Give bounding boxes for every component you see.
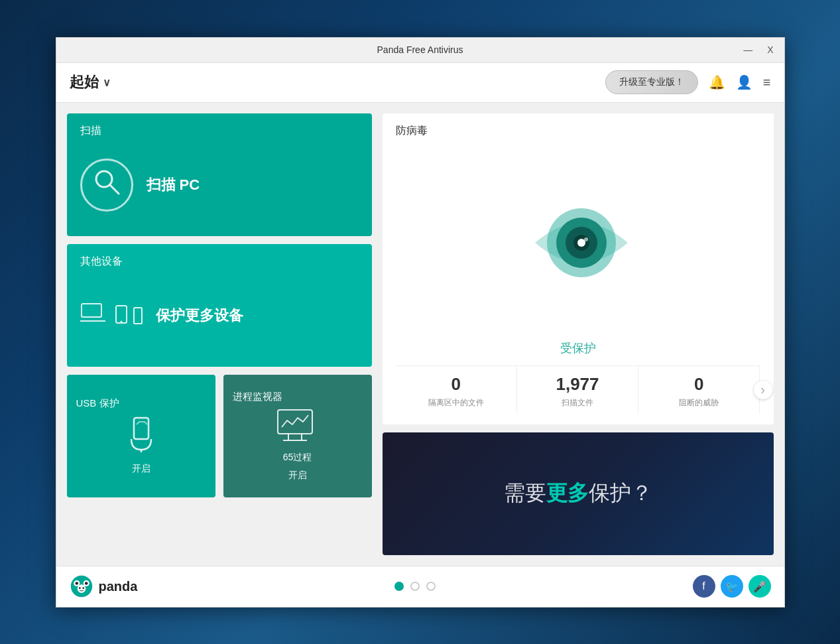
device-icons	[80, 302, 143, 329]
search-icon	[92, 167, 121, 202]
close-button[interactable]: X	[763, 43, 777, 56]
device-tile-label: 其他设备	[80, 255, 359, 269]
twitter-button[interactable]: 🐦	[721, 575, 743, 598]
svg-line-1	[110, 185, 119, 194]
phone-icon	[115, 304, 128, 329]
microphone-button[interactable]: 🎤	[749, 575, 771, 598]
nav-chevron-icon: ∨	[103, 76, 111, 89]
stat-scanned-label: 扫描文件	[521, 397, 634, 409]
scan-tile-content: 扫描 PC	[80, 145, 359, 225]
promo-tile[interactable]: 需要更多保护？	[383, 432, 774, 555]
process-tile[interactable]: 进程监视器 65过程 开启	[223, 375, 372, 497]
header-right: 升级至专业版！ 🔔 👤 ≡	[605, 70, 771, 94]
svg-point-18	[584, 237, 588, 241]
usb-tile-label: USB 保护	[76, 397, 119, 410]
process-tile-count: 65过程	[283, 451, 312, 463]
window-title: Panda Free Antivirus	[377, 44, 463, 55]
nav-menu[interactable]: 起始 ∨	[70, 72, 111, 92]
app-window: Panda Free Antivirus — X 起始 ∨ 升级至专业版！ 🔔 …	[56, 37, 785, 608]
svg-rect-7	[134, 418, 149, 439]
nav-label-text: 起始	[70, 72, 99, 92]
device-tile-content: 保护更多设备	[80, 275, 359, 356]
scan-tile-label: 扫描	[80, 124, 359, 138]
protected-status: 受保护	[396, 340, 760, 356]
header-bar: 起始 ∨ 升级至专业版！ 🔔 👤 ≡	[56, 63, 784, 103]
dot-3[interactable]	[426, 582, 436, 591]
usb-icon	[125, 417, 158, 456]
social-icons: f 🐦 🎤	[693, 575, 771, 598]
stats-row: 0 隔离区中的文件 1,977 扫描文件 0 阻断的威胁 ›	[396, 365, 760, 414]
right-panel: 防病毒	[383, 113, 774, 555]
usb-tile[interactable]: USB 保护 开启	[67, 375, 215, 497]
process-tile-status: 开启	[288, 469, 307, 481]
user-icon[interactable]: 👤	[736, 74, 752, 90]
promo-prefix: 需要	[504, 481, 546, 505]
svg-rect-6	[134, 308, 142, 324]
svg-point-26	[82, 587, 84, 589]
left-panel: 扫描 扫描 PC 其他设备	[67, 113, 372, 555]
stat-quarantine-label: 隔离区中的文件	[400, 397, 512, 409]
antivirus-tile: 防病毒	[383, 113, 774, 424]
svg-rect-2	[82, 304, 101, 317]
footer: panda f 🐦 🎤	[56, 566, 784, 607]
panda-logo: panda	[70, 574, 138, 598]
bell-icon[interactable]: 🔔	[709, 74, 725, 90]
scan-tile-main-text: 扫描 PC	[147, 175, 200, 195]
svg-point-24	[77, 584, 86, 593]
process-tile-label: 进程监视器	[233, 391, 282, 403]
scan-icon-wrap	[80, 159, 133, 212]
stat-blocked-label: 阻断的威胁	[642, 397, 755, 409]
tablet-icon	[133, 307, 143, 329]
menu-icon[interactable]: ≡	[763, 75, 771, 90]
stat-blocked-value: 0	[642, 374, 755, 395]
panda-logo-text: panda	[99, 579, 138, 594]
device-tile[interactable]: 其他设备	[67, 244, 372, 367]
window-controls: — X	[739, 43, 777, 56]
footer-dots	[394, 582, 436, 591]
minimize-button[interactable]: —	[739, 43, 756, 56]
eye-icon	[528, 200, 628, 279]
next-arrow[interactable]: ›	[754, 381, 772, 399]
stat-blocked: 0 阻断的威胁	[638, 366, 760, 414]
stat-quarantine: 0 隔离区中的文件	[396, 366, 517, 414]
dot-1[interactable]	[394, 582, 404, 591]
main-content: 扫描 扫描 PC 其他设备	[56, 103, 784, 566]
facebook-button[interactable]: f	[693, 575, 715, 598]
stat-quarantine-value: 0	[400, 374, 512, 395]
antivirus-label: 防病毒	[396, 124, 760, 138]
svg-point-23	[84, 582, 88, 585]
usb-tile-status: 开启	[132, 462, 150, 474]
svg-point-25	[78, 587, 80, 589]
title-bar: Panda Free Antivirus — X	[56, 38, 784, 63]
scan-tile[interactable]: 扫描 扫描 PC	[67, 113, 372, 236]
device-tile-main-text: 保护更多设备	[156, 306, 243, 326]
bottom-left-row: USB 保护 开启 进程监视器	[67, 375, 372, 497]
stat-scanned: 1,977 扫描文件	[517, 366, 638, 414]
panda-logo-icon	[70, 574, 93, 598]
eye-container	[396, 145, 760, 335]
promo-suffix: 保护？	[589, 481, 652, 505]
promo-text: 需要更多保护？	[504, 479, 652, 508]
upgrade-button[interactable]: 升级至专业版！	[605, 70, 698, 94]
dot-2[interactable]	[410, 582, 420, 591]
promo-highlight: 更多	[546, 481, 589, 505]
svg-point-22	[75, 582, 78, 585]
stat-scanned-value: 1,977	[521, 374, 634, 395]
laptop-icon	[80, 302, 107, 329]
process-monitor-icon	[276, 409, 319, 446]
svg-rect-4	[116, 306, 127, 323]
svg-point-5	[120, 320, 122, 322]
